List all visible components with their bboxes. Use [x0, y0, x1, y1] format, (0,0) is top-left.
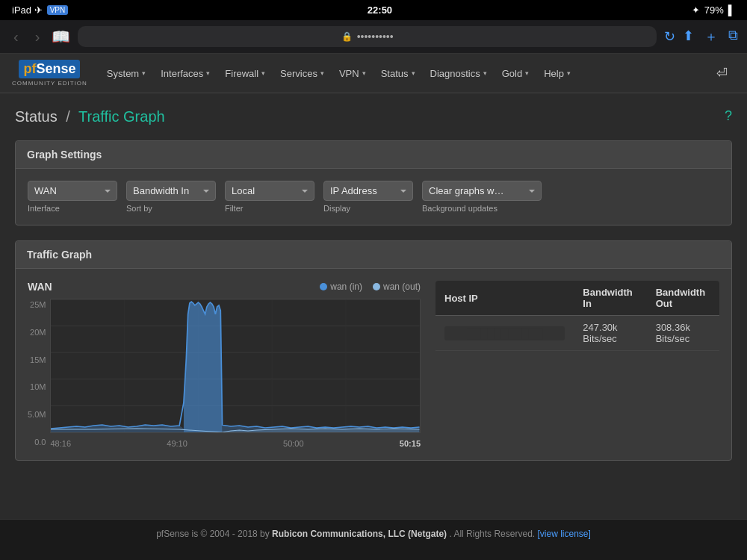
help-icon[interactable]: ? — [725, 108, 732, 124]
y-label-0: 0.0 — [28, 438, 46, 447]
chart-svg-wrapper: 25M 20M 15M 10M 5.0M 0.0 — [28, 299, 421, 448]
legend-label-out: wan (out) — [383, 281, 421, 292]
page-footer: pfSense is © 2004 - 2018 by Rubicon Comm… — [0, 519, 747, 548]
nav-caret-vpn: ▾ — [362, 69, 366, 77]
cell-bw-in: 247.30k Bits/sec — [574, 316, 646, 351]
browser-url-text: •••••••••• — [357, 31, 394, 43]
display-group: IP Address Hostname Display — [323, 181, 413, 213]
browser-reload-button[interactable]: ↻ — [664, 28, 675, 45]
logo-pf: pf — [23, 61, 36, 76]
ios-bar-left: iPad ✈ VPN — [12, 4, 68, 16]
interface-label: Interface — [28, 204, 117, 213]
breadcrumb-separator: / — [66, 108, 70, 125]
legend-in: wan (in) — [320, 281, 362, 292]
legend-dot-in — [320, 283, 327, 290]
footer-suffix: . All Rights Reserved. — [449, 529, 537, 539]
browser-add-tab-icon[interactable]: ＋ — [704, 28, 718, 46]
table-row: ███████████ 247.30k Bits/sec 308.36k Bit… — [436, 316, 719, 351]
bg-updates-group: Clear graphs w… Keep graphs Background u… — [422, 181, 542, 213]
breadcrumb-current: Traffic Graph — [78, 108, 165, 125]
browser-tabs-icon[interactable]: ⧉ — [728, 28, 738, 46]
sortby-group: Bandwidth In Bandwidth Out Sort by — [126, 181, 216, 213]
breadcrumb-parent: Status — [15, 108, 58, 125]
interface-select[interactable]: WAN LAN — [28, 181, 117, 201]
chart-container: WAN wan (in) wan (out) — [28, 281, 421, 448]
pfsense-logo-badge: pfSense — [19, 60, 80, 78]
pfsense-logo: pfSense COMMUNITY EDITION — [12, 54, 87, 93]
host-table-container: Host IP Bandwidth In Bandwidth Out █████… — [436, 281, 719, 448]
sortby-label: Sort by — [126, 204, 216, 213]
nav-caret-diagnostics: ▾ — [483, 69, 487, 77]
browser-forward-button[interactable]: › — [31, 27, 45, 47]
footer-prefix: pfSense is © 2004 - 2018 by — [156, 529, 272, 539]
graph-settings-panel: Graph Settings WAN LAN Interface Bandwid… — [15, 140, 732, 225]
nav-item-system[interactable]: System ▾ — [99, 59, 153, 88]
chart-legend: wan (in) wan (out) — [320, 281, 421, 292]
browser-url-bar[interactable]: 🔒 •••••••••• — [78, 26, 657, 47]
nav-item-vpn[interactable]: VPN ▾ — [332, 59, 374, 88]
x-label-5000: 50:00 — [283, 439, 304, 448]
nav-caret-interfaces: ▾ — [206, 69, 210, 77]
x-label-5015: 50:15 — [400, 439, 421, 448]
traffic-graph-panel: Traffic Graph WAN wan (in) wan (out) — [15, 240, 732, 461]
nav-caret-services: ▾ — [320, 69, 324, 77]
browser-bookmarks-icon[interactable]: 📖 — [52, 28, 70, 46]
display-select[interactable]: IP Address Hostname — [323, 181, 413, 201]
table-header-row: Host IP Bandwidth In Bandwidth Out — [436, 281, 719, 316]
nav-item-interfaces[interactable]: Interfaces ▾ — [153, 59, 217, 88]
graph-settings-body: WAN LAN Interface Bandwidth In Bandwidth… — [16, 169, 731, 225]
pfsense-navbar: pfSense COMMUNITY EDITION System ▾ Inter… — [0, 54, 747, 93]
y-label-15m: 15M — [28, 355, 46, 364]
browser-lock-icon: 🔒 — [341, 31, 353, 42]
graph-settings-heading: Graph Settings — [16, 141, 731, 169]
nav-item-diagnostics[interactable]: Diagnostics ▾ — [423, 59, 495, 88]
ios-time: 22:50 — [368, 4, 392, 16]
col-host-ip: Host IP — [436, 281, 574, 316]
legend-label-in: wan (in) — [330, 281, 362, 292]
nav-item-firewall[interactable]: Firewall ▾ — [217, 59, 273, 88]
x-label-4910: 49:10 — [167, 439, 187, 448]
logo-edition: COMMUNITY EDITION — [12, 80, 87, 87]
nav-item-help[interactable]: Help ▾ — [536, 59, 578, 88]
sortby-select[interactable]: Bandwidth In Bandwidth Out — [126, 181, 216, 201]
ios-battery-icon: ▌ — [728, 4, 735, 16]
nav-item-services[interactable]: Services ▾ — [273, 59, 332, 88]
ios-bluetooth-icon: ✦ — [692, 4, 700, 16]
breadcrumb: ? Status / Traffic Graph — [15, 108, 732, 125]
interface-group: WAN LAN Interface — [28, 181, 117, 213]
nav-caret-system: ▾ — [142, 69, 146, 77]
svg-marker-10 — [184, 302, 223, 432]
main-content: ? Status / Traffic Graph Graph Settings … — [0, 93, 747, 519]
settings-row: WAN LAN Interface Bandwidth In Bandwidth… — [28, 181, 719, 213]
browser-back-button[interactable]: ‹ — [9, 27, 23, 47]
nav-caret-status: ▾ — [412, 69, 415, 77]
footer-license-link[interactable]: [view license] — [537, 529, 590, 539]
nav-item-gold[interactable]: Gold ▾ — [495, 59, 536, 88]
browser-action-icons: ⬆ ＋ ⧉ — [683, 28, 738, 46]
nav-item-status[interactable]: Status ▾ — [374, 59, 423, 88]
ios-status-bar: iPad ✈ VPN 22:50 ✦ 79% ▌ — [0, 0, 747, 20]
ios-device-label: iPad ✈ — [12, 4, 43, 16]
footer-company: Rubicon Communications, LLC (Netgate) — [272, 529, 447, 539]
filter-select[interactable]: Local All — [225, 181, 314, 201]
ios-vpn-badge: VPN — [47, 5, 69, 15]
ios-browser-bar: ‹ › 📖 🔒 •••••••••• ↻ ⬆ ＋ ⧉ — [0, 20, 747, 54]
y-label-25m: 25M — [28, 300, 46, 309]
nav-caret-help: ▾ — [567, 69, 571, 77]
nav-logout-icon[interactable]: ⏎ — [709, 59, 735, 87]
y-label-5m: 5.0M — [28, 410, 46, 419]
legend-out: wan (out) — [373, 281, 421, 292]
browser-share-icon[interactable]: ⬆ — [683, 28, 694, 46]
legend-dot-out — [373, 283, 380, 290]
host-ip-table: Host IP Bandwidth In Bandwidth Out █████… — [436, 281, 719, 351]
y-label-20m: 20M — [28, 328, 46, 337]
traffic-graph-body: WAN wan (in) wan (out) — [16, 269, 731, 460]
chart-area: 48:16 49:10 50:00 50:15 — [50, 299, 421, 448]
filter-group: Local All Filter — [225, 181, 314, 213]
chart-header: WAN wan (in) wan (out) — [28, 281, 421, 293]
x-axis-labels: 48:16 49:10 50:00 50:15 — [50, 436, 421, 448]
col-bw-out: Bandwidth Out — [647, 281, 719, 316]
cell-host-ip: ███████████ — [436, 316, 574, 351]
bg-updates-select[interactable]: Clear graphs w… Keep graphs — [422, 181, 542, 201]
x-label-4816: 48:16 — [50, 439, 71, 448]
